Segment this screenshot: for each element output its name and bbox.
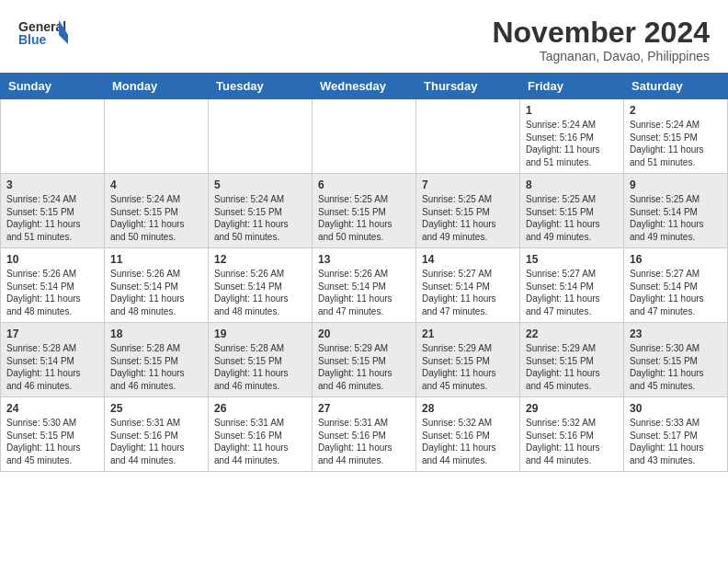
calendar-header-sunday: Sunday xyxy=(1,74,105,99)
calendar-cell xyxy=(416,99,520,174)
day-info: Sunrise: 5:27 AM Sunset: 5:14 PM Dayligh… xyxy=(630,268,722,317)
calendar-cell: 13Sunrise: 5:26 AM Sunset: 5:14 PM Dayli… xyxy=(313,248,416,323)
day-number: 16 xyxy=(630,253,722,266)
day-number: 22 xyxy=(526,327,618,340)
calendar-week-5: 24Sunrise: 5:30 AM Sunset: 5:15 PM Dayli… xyxy=(1,397,728,472)
calendar-table: SundayMondayTuesdayWednesdayThursdayFrid… xyxy=(0,73,728,472)
day-number: 10 xyxy=(6,253,98,266)
svg-text:Blue: Blue xyxy=(18,32,47,47)
day-info: Sunrise: 5:26 AM Sunset: 5:14 PM Dayligh… xyxy=(6,268,98,317)
day-info: Sunrise: 5:25 AM Sunset: 5:15 PM Dayligh… xyxy=(422,193,514,243)
day-info: Sunrise: 5:31 AM Sunset: 5:16 PM Dayligh… xyxy=(214,417,306,466)
day-number: 13 xyxy=(318,253,410,266)
logo: GeneralBlue xyxy=(18,17,70,53)
day-info: Sunrise: 5:30 AM Sunset: 5:15 PM Dayligh… xyxy=(630,342,722,392)
calendar-cell: 2Sunrise: 5:24 AM Sunset: 5:15 PM Daylig… xyxy=(624,99,728,174)
day-info: Sunrise: 5:31 AM Sunset: 5:16 PM Dayligh… xyxy=(318,417,410,466)
day-info: Sunrise: 5:24 AM Sunset: 5:15 PM Dayligh… xyxy=(110,193,202,243)
calendar-cell: 18Sunrise: 5:28 AM Sunset: 5:15 PM Dayli… xyxy=(105,323,209,397)
day-info: Sunrise: 5:32 AM Sunset: 5:16 PM Dayligh… xyxy=(526,417,618,466)
calendar-week-2: 3Sunrise: 5:24 AM Sunset: 5:15 PM Daylig… xyxy=(1,174,728,248)
calendar-header-wednesday: Wednesday xyxy=(313,74,416,99)
day-number: 27 xyxy=(318,402,410,415)
calendar-cell: 14Sunrise: 5:27 AM Sunset: 5:14 PM Dayli… xyxy=(416,248,520,323)
svg-marker-3 xyxy=(59,35,68,44)
calendar-header-row: SundayMondayTuesdayWednesdayThursdayFrid… xyxy=(1,74,728,99)
day-info: Sunrise: 5:29 AM Sunset: 5:15 PM Dayligh… xyxy=(526,342,618,392)
day-number: 3 xyxy=(6,178,98,191)
calendar-cell: 25Sunrise: 5:31 AM Sunset: 5:16 PM Dayli… xyxy=(105,397,209,472)
day-info: Sunrise: 5:24 AM Sunset: 5:15 PM Dayligh… xyxy=(630,119,722,168)
day-info: Sunrise: 5:29 AM Sunset: 5:15 PM Dayligh… xyxy=(318,342,410,392)
calendar-week-1: 1Sunrise: 5:24 AM Sunset: 5:16 PM Daylig… xyxy=(1,99,728,174)
calendar-cell: 15Sunrise: 5:27 AM Sunset: 5:14 PM Dayli… xyxy=(520,248,624,323)
calendar-week-4: 17Sunrise: 5:28 AM Sunset: 5:14 PM Dayli… xyxy=(1,323,728,397)
calendar-cell: 1Sunrise: 5:24 AM Sunset: 5:16 PM Daylig… xyxy=(520,99,624,174)
logo-svg: GeneralBlue xyxy=(18,17,70,53)
day-info: Sunrise: 5:31 AM Sunset: 5:16 PM Dayligh… xyxy=(110,417,202,466)
title-block: November 2024 Tagnanan, Davao, Philippin… xyxy=(492,17,710,63)
calendar-header-saturday: Saturday xyxy=(624,74,728,99)
day-number: 2 xyxy=(630,104,722,117)
month-title: November 2024 xyxy=(492,17,710,49)
day-number: 20 xyxy=(318,327,410,340)
calendar-cell: 20Sunrise: 5:29 AM Sunset: 5:15 PM Dayli… xyxy=(313,323,416,397)
calendar-cell: 21Sunrise: 5:29 AM Sunset: 5:15 PM Dayli… xyxy=(416,323,520,397)
day-info: Sunrise: 5:27 AM Sunset: 5:14 PM Dayligh… xyxy=(526,268,618,317)
calendar-cell xyxy=(313,99,416,174)
day-info: Sunrise: 5:28 AM Sunset: 5:15 PM Dayligh… xyxy=(110,342,202,392)
calendar-cell: 7Sunrise: 5:25 AM Sunset: 5:15 PM Daylig… xyxy=(416,174,520,248)
day-number: 9 xyxy=(630,178,722,191)
calendar-cell xyxy=(209,99,313,174)
day-number: 6 xyxy=(318,178,410,191)
day-number: 7 xyxy=(422,178,514,191)
calendar-cell: 10Sunrise: 5:26 AM Sunset: 5:14 PM Dayli… xyxy=(1,248,105,323)
header: GeneralBlue November 2024 Tagnanan, Dava… xyxy=(0,0,728,73)
day-info: Sunrise: 5:26 AM Sunset: 5:14 PM Dayligh… xyxy=(110,268,202,317)
day-number: 21 xyxy=(422,327,514,340)
page: GeneralBlue November 2024 Tagnanan, Dava… xyxy=(0,0,728,472)
calendar-cell: 16Sunrise: 5:27 AM Sunset: 5:14 PM Dayli… xyxy=(624,248,728,323)
calendar-cell: 8Sunrise: 5:25 AM Sunset: 5:15 PM Daylig… xyxy=(520,174,624,248)
day-number: 8 xyxy=(526,178,618,191)
day-number: 25 xyxy=(110,402,202,415)
calendar-cell: 5Sunrise: 5:24 AM Sunset: 5:15 PM Daylig… xyxy=(209,174,313,248)
day-number: 18 xyxy=(110,327,202,340)
calendar-cell: 24Sunrise: 5:30 AM Sunset: 5:15 PM Dayli… xyxy=(1,397,105,472)
day-info: Sunrise: 5:24 AM Sunset: 5:15 PM Dayligh… xyxy=(6,193,98,243)
day-info: Sunrise: 5:27 AM Sunset: 5:14 PM Dayligh… xyxy=(422,268,514,317)
day-number: 17 xyxy=(6,327,98,340)
day-number: 26 xyxy=(214,402,306,415)
day-info: Sunrise: 5:25 AM Sunset: 5:15 PM Dayligh… xyxy=(318,193,410,243)
location: Tagnanan, Davao, Philippines xyxy=(492,49,710,63)
day-info: Sunrise: 5:25 AM Sunset: 5:14 PM Dayligh… xyxy=(630,193,722,243)
day-info: Sunrise: 5:29 AM Sunset: 5:15 PM Dayligh… xyxy=(422,342,514,392)
calendar-cell: 30Sunrise: 5:33 AM Sunset: 5:17 PM Dayli… xyxy=(624,397,728,472)
calendar-cell: 22Sunrise: 5:29 AM Sunset: 5:15 PM Dayli… xyxy=(520,323,624,397)
day-number: 19 xyxy=(214,327,306,340)
day-number: 5 xyxy=(214,178,306,191)
day-info: Sunrise: 5:26 AM Sunset: 5:14 PM Dayligh… xyxy=(214,268,306,317)
day-info: Sunrise: 5:28 AM Sunset: 5:14 PM Dayligh… xyxy=(6,342,98,392)
calendar-cell xyxy=(1,99,105,174)
calendar-cell: 28Sunrise: 5:32 AM Sunset: 5:16 PM Dayli… xyxy=(416,397,520,472)
calendar-cell: 17Sunrise: 5:28 AM Sunset: 5:14 PM Dayli… xyxy=(1,323,105,397)
calendar-header-monday: Monday xyxy=(105,74,209,99)
calendar-cell: 3Sunrise: 5:24 AM Sunset: 5:15 PM Daylig… xyxy=(1,174,105,248)
day-info: Sunrise: 5:24 AM Sunset: 5:15 PM Dayligh… xyxy=(214,193,306,243)
day-number: 23 xyxy=(630,327,722,340)
day-info: Sunrise: 5:26 AM Sunset: 5:14 PM Dayligh… xyxy=(318,268,410,317)
day-number: 11 xyxy=(110,253,202,266)
calendar-cell: 29Sunrise: 5:32 AM Sunset: 5:16 PM Dayli… xyxy=(520,397,624,472)
day-info: Sunrise: 5:24 AM Sunset: 5:16 PM Dayligh… xyxy=(526,119,618,168)
day-number: 15 xyxy=(526,253,618,266)
day-number: 12 xyxy=(214,253,306,266)
calendar-cell: 26Sunrise: 5:31 AM Sunset: 5:16 PM Dayli… xyxy=(209,397,313,472)
calendar-header-thursday: Thursday xyxy=(416,74,520,99)
calendar-header-tuesday: Tuesday xyxy=(209,74,313,99)
calendar-cell xyxy=(105,99,209,174)
calendar-cell: 11Sunrise: 5:26 AM Sunset: 5:14 PM Dayli… xyxy=(105,248,209,323)
day-number: 1 xyxy=(526,104,618,117)
day-number: 28 xyxy=(422,402,514,415)
calendar-cell: 12Sunrise: 5:26 AM Sunset: 5:14 PM Dayli… xyxy=(209,248,313,323)
